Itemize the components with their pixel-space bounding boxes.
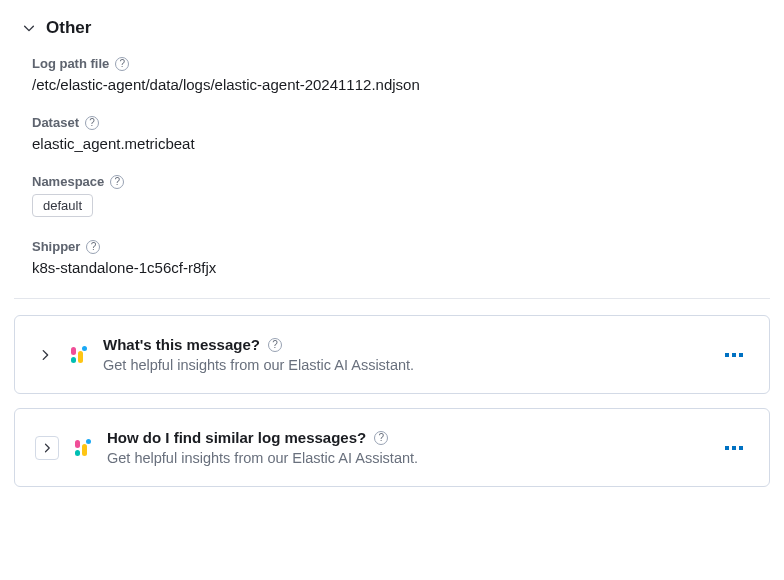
fields-container: Log path file ? /etc/elastic-agent/data/… — [14, 56, 770, 276]
help-icon[interactable]: ? — [115, 57, 129, 71]
elastic-logo-icon — [73, 438, 93, 458]
more-actions-icon[interactable] — [721, 442, 747, 454]
chevron-down-icon[interactable] — [22, 21, 36, 35]
svg-rect-2 — [78, 351, 83, 363]
chevron-right-icon[interactable] — [35, 348, 55, 362]
help-icon[interactable]: ? — [85, 116, 99, 130]
field-label: Shipper — [32, 239, 80, 254]
help-icon[interactable]: ? — [374, 431, 388, 445]
svg-rect-6 — [82, 444, 87, 456]
field-label: Namespace — [32, 174, 104, 189]
card-title: How do I find similar log messages? — [107, 429, 366, 446]
field-label: Log path file — [32, 56, 109, 71]
card-desc: Get helpful insights from our Elastic AI… — [103, 357, 707, 373]
namespace-badge[interactable]: default — [32, 194, 93, 217]
help-icon[interactable]: ? — [86, 240, 100, 254]
card-title: What's this message? — [103, 336, 260, 353]
chevron-right-icon[interactable] — [35, 436, 59, 460]
help-icon[interactable]: ? — [110, 175, 124, 189]
field-namespace: Namespace ? default — [32, 174, 770, 217]
field-value: elastic_agent.metricbeat — [32, 135, 770, 152]
svg-rect-1 — [71, 357, 76, 363]
ai-card-whats-this: What's this message? ? Get helpful insig… — [14, 315, 770, 394]
field-label: Dataset — [32, 115, 79, 130]
field-dataset: Dataset ? elastic_agent.metricbeat — [32, 115, 770, 152]
section-title: Other — [46, 18, 91, 38]
field-shipper: Shipper ? k8s-standalone-1c56cf-r8fjx — [32, 239, 770, 276]
field-value: k8s-standalone-1c56cf-r8fjx — [32, 259, 770, 276]
svg-rect-0 — [71, 347, 76, 355]
card-desc: Get helpful insights from our Elastic AI… — [107, 450, 707, 466]
field-log-path: Log path file ? /etc/elastic-agent/data/… — [32, 56, 770, 93]
ai-card-similar-logs: How do I find similar log messages? ? Ge… — [14, 408, 770, 487]
divider — [14, 298, 770, 299]
field-value: /etc/elastic-agent/data/logs/elastic-age… — [32, 76, 770, 93]
svg-rect-4 — [75, 440, 80, 448]
svg-point-3 — [82, 346, 87, 351]
elastic-logo-icon — [69, 345, 89, 365]
svg-point-7 — [86, 439, 91, 444]
help-icon[interactable]: ? — [268, 338, 282, 352]
more-actions-icon[interactable] — [721, 349, 747, 361]
svg-rect-5 — [75, 450, 80, 456]
